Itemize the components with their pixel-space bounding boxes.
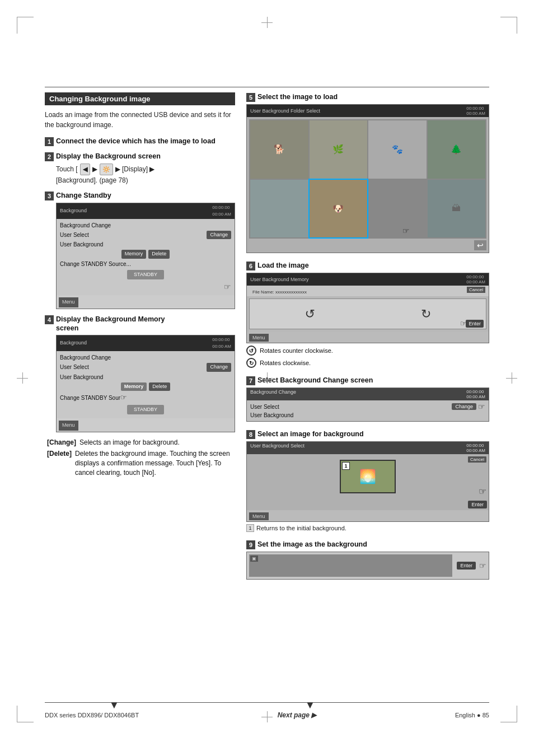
screen-3-row-2: User Select Change	[60, 231, 231, 240]
thumb-img-7	[368, 180, 427, 238]
screen-4-time: 00:00:0000:00 AM	[212, 337, 231, 350]
enter-btn-9[interactable]: Enter	[457, 562, 476, 570]
step-7-screen: Background Change 00:00:0000:00 AM User …	[246, 388, 489, 422]
thumb-1[interactable]: 🐕	[250, 120, 308, 179]
step-1-num: 1	[45, 137, 54, 146]
crosshair-left	[17, 372, 28, 384]
screen-3-row-1: Background Change	[60, 221, 231, 230]
rotate-cw: ↻	[421, 307, 431, 321]
preview-landscape: 🌅	[359, 469, 376, 484]
footer-model: DDX series DDX896/ DDX8046BT	[45, 712, 139, 718]
thumb-3[interactable]: 🐾	[368, 120, 427, 179]
corner-mark-bl	[17, 706, 34, 722]
returns-note: 1 Returns to the initial background.	[246, 524, 489, 532]
memory-btn-4[interactable]: Memory	[121, 382, 147, 391]
hand-7: ☞	[478, 402, 485, 411]
screen-3-row-btns: Memory Delete	[60, 250, 231, 259]
screen-8-time: 00:00:0000:00 AM	[466, 443, 485, 453]
touch-icon-back: ◀	[80, 164, 90, 175]
corner-mark-tl	[17, 17, 34, 34]
screen-7-row-1: User Select Change ☞	[250, 402, 485, 411]
footer-lang-page: English ● 85	[455, 712, 489, 718]
set-bg-inner: ▣	[249, 554, 452, 577]
change-btn-7[interactable]: Change	[452, 403, 476, 410]
standby-btn-row: STANDBY	[60, 270, 231, 280]
rotate-ccw: ↻	[305, 307, 315, 321]
enter-btn-6[interactable]: Enter	[466, 320, 484, 328]
main-content: Changing Background image Loads an image…	[45, 92, 489, 700]
screen-8-title: User Background Select	[250, 443, 305, 453]
two-column-layout: Changing Background image Loads an image…	[45, 92, 489, 700]
screen-4-row-2: User Select Change	[60, 363, 231, 372]
thumb-7[interactable]: ☞	[368, 180, 427, 238]
step-4-num: 4	[45, 315, 54, 324]
step-7-title: Select Background Change screen	[257, 376, 373, 385]
screen-7-row-2: User Background	[250, 412, 485, 418]
left-column: Changing Background image Loads an image…	[45, 92, 235, 700]
delete-btn-4[interactable]: Delete	[149, 382, 170, 391]
step-7: 7 Select Background Change screen Backgr…	[246, 376, 489, 422]
screen-4-titlebar: Background 00:00:0000:00 AM	[57, 335, 235, 351]
bullet-change: [Change] Selects an image for background…	[47, 438, 235, 447]
cancel-btn-6[interactable]: Cancel	[467, 287, 485, 293]
step-3-header: 3 Change Standby	[45, 191, 235, 200]
user-bg-label: User Background	[60, 240, 103, 249]
change-btn-4[interactable]: Change	[207, 363, 231, 372]
thumb-img-4: 🌲	[428, 120, 486, 179]
step-7-header: 7 Select Background Change screen	[246, 376, 489, 385]
standby-btn-row-4: STANDBY	[60, 405, 231, 415]
thumb-4[interactable]: 🌲	[428, 120, 486, 179]
cancel-btn-8[interactable]: Cancel	[468, 456, 486, 463]
memory-btn[interactable]: Memory	[121, 250, 147, 259]
standby-btn[interactable]: STANDBY	[127, 270, 164, 280]
section-title: Changing Background image	[49, 95, 151, 103]
screen-6-titlebar: User Background Memory 00:00:0000:00 AM	[247, 273, 489, 286]
back-btn-5[interactable]: ↩	[474, 240, 486, 250]
touch-rest: ▶ [Display] ▶	[115, 164, 155, 174]
screen-4-row-1: Background Change	[60, 353, 231, 362]
step-8: 8 Select an image for background User Ba…	[246, 430, 489, 532]
screen-4-row-4: Change STANDBY Sour☞	[60, 392, 231, 403]
step-9-header: 9 Set the image as the background	[246, 540, 489, 549]
step-1-title: Connect the device which has the image t…	[56, 137, 216, 146]
screen-5-title: User Background Folder Select	[250, 108, 320, 114]
enter-btn-8[interactable]: Enter	[468, 501, 487, 508]
step-9-screen: ▣ Enter ☞	[246, 552, 489, 580]
step-6-num: 6	[246, 262, 255, 270]
bullet-change-text: Selects an image for background.	[79, 438, 180, 447]
screen-8-footer: Enter	[247, 499, 489, 510]
bullet-delete-label: [Delete]	[47, 449, 72, 477]
footer-page: 85	[483, 712, 489, 718]
folder-hand: ☞	[402, 226, 410, 235]
thumb-6[interactable]: 🐶	[310, 180, 368, 238]
change-btn[interactable]: Change	[207, 231, 231, 240]
screen-6-time: 00:00:0000:00 AM	[466, 274, 485, 284]
screen-6-title: User Background Memory	[250, 277, 309, 282]
screen-7-body: User Select Change ☞ User Background	[247, 400, 489, 421]
screen-4-row-btns: Memory Delete	[60, 382, 231, 391]
standby-btn-4[interactable]: STANDBY	[127, 405, 164, 415]
thumb-8[interactable]: 🏔	[428, 180, 486, 238]
delete-btn[interactable]: Delete	[148, 250, 170, 259]
screen-8-titlebar: User Background Select 00:00:0000:00 AM	[247, 442, 489, 454]
screen-5-body: 🐕 🌿 🐾 🌲	[247, 117, 489, 253]
screen-4-body: Background Change User Select Change Use…	[57, 351, 235, 418]
step-8-num: 8	[246, 430, 255, 439]
thumb-5[interactable]	[250, 180, 308, 238]
screen-3-row-3: User Background	[60, 240, 231, 249]
menu-label-6: Menu	[249, 334, 269, 342]
corner-mark-tr	[500, 17, 517, 34]
change-btn-wrap-7: Change ☞	[452, 402, 485, 411]
thumb-2[interactable]: 🌿	[310, 120, 368, 179]
screen-3-body: Background Change User Select Change Use…	[57, 219, 235, 296]
footer-circle: ●	[477, 712, 483, 718]
step-5-header: 5 Select the image to load	[246, 92, 489, 102]
step-3: 3 Change Standby Background 00:00:0000:0…	[45, 191, 235, 309]
thumb-img-6: 🐶	[310, 180, 368, 238]
thumb-img-2: 🌿	[310, 120, 368, 179]
rotation-cw: ↻ Rotates clockwise.	[246, 358, 489, 368]
crosshair-right	[506, 372, 517, 384]
thumb-img-8: 🏔	[428, 180, 486, 238]
user-select-label: User Select	[60, 231, 89, 239]
step-2-num: 2	[45, 152, 54, 161]
